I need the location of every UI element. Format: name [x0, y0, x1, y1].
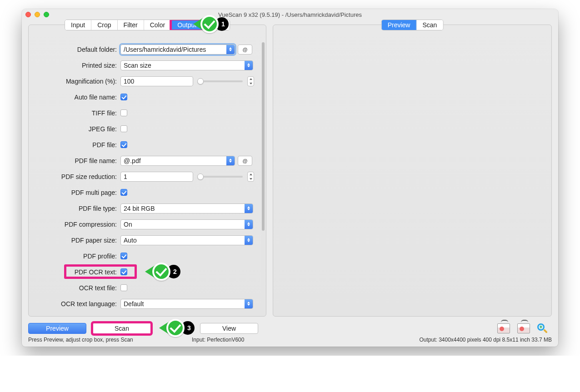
pdf-multi-page-label: PDF multi page:: [32, 189, 120, 196]
pdf-size-reduction-input[interactable]: 1: [120, 172, 193, 182]
default-folder-select[interactable]: /Users/hamrickdavid/Pictures: [120, 45, 235, 55]
tab-preview[interactable]: Preview: [382, 20, 417, 30]
tab-crop[interactable]: Crop: [91, 20, 117, 30]
titlebar: VueScan 9 x32 (9.5.19) - /Users/hamrickd…: [22, 9, 558, 20]
ocr-text-language-select[interactable]: Default: [120, 299, 253, 309]
bottom-bar: Preview Scan 3 View +: [22, 319, 558, 336]
pdf-paper-size-select[interactable]: Auto: [120, 235, 253, 245]
magnification-input[interactable]: 100: [120, 76, 193, 86]
pdf-ocr-text-label: PDF OCR text:: [32, 268, 120, 276]
pdf-size-reduction-stepper[interactable]: [247, 172, 254, 182]
scan-button[interactable]: Scan: [93, 323, 151, 334]
ocr-text-language-label: OCR text language:: [32, 300, 120, 308]
magnification-stepper[interactable]: [247, 76, 254, 86]
zoom-in-icon[interactable]: +: [537, 323, 547, 333]
ocr-text-file-label: OCR text file:: [32, 284, 120, 292]
magnification-label: Magnification (%):: [32, 78, 120, 85]
settings-panel: Input Crop Filter Color Output Prefs 1 D…: [28, 25, 266, 317]
tab-scan[interactable]: Scan: [416, 20, 443, 30]
auto-file-name-check[interactable]: [120, 94, 127, 100]
tiff-file-check[interactable]: [120, 109, 127, 116]
pdf-file-name-select[interactable]: @.pdf: [120, 156, 235, 166]
pdf-file-label: PDF file:: [32, 141, 120, 149]
tiff-file-label: TIFF file:: [32, 109, 120, 117]
window-title: VueScan 9 x32 (9.5.19) - /Users/hamrickd…: [22, 11, 558, 18]
tab-input[interactable]: Input: [65, 20, 91, 30]
rotate-left-icon[interactable]: [497, 323, 510, 333]
pdf-multi-page-check[interactable]: [120, 189, 127, 196]
pdf-file-type-label: PDF file type:: [32, 205, 120, 212]
default-folder-at-button[interactable]: @: [238, 45, 252, 55]
tab-prefs[interactable]: Prefs: [203, 20, 230, 30]
pdf-size-reduction-label: PDF size reduction:: [32, 173, 120, 180]
view-button[interactable]: View: [200, 323, 258, 334]
window: VueScan 9 x32 (9.5.19) - /Users/hamrickd…: [22, 9, 558, 347]
pdf-file-check[interactable]: [120, 141, 127, 148]
default-folder-label: Default folder:: [32, 46, 120, 53]
preview-tabs: Preview Scan: [381, 20, 444, 30]
pdf-file-name-label: PDF file name:: [32, 157, 120, 164]
tab-color[interactable]: Color: [144, 20, 171, 30]
status-hint: Press Preview, adjust crop box, press Sc…: [28, 337, 192, 343]
pdf-ocr-text-check[interactable]: [120, 268, 127, 275]
status-bar: Press Preview, adjust crop box, press Sc…: [22, 336, 558, 347]
settings-tabs: Input Crop Filter Color Output Prefs: [65, 20, 230, 30]
magnification-slider[interactable]: [198, 80, 243, 82]
tab-filter[interactable]: Filter: [118, 20, 144, 30]
ocr-text-file-check[interactable]: [120, 284, 127, 291]
scrollbar[interactable]: [261, 42, 265, 312]
pdf-paper-size-label: PDF paper size:: [32, 237, 120, 244]
jpeg-file-check[interactable]: [120, 125, 127, 132]
pdf-file-type-select[interactable]: 24 bit RGB: [120, 203, 253, 213]
printed-size-label: Printed size:: [32, 62, 120, 69]
pdf-profile-label: PDF profile:: [32, 253, 120, 260]
jpeg-file-label: JPEG file:: [32, 125, 120, 133]
pdf-file-name-at-button[interactable]: @: [238, 156, 252, 166]
annotation-3: 3: [159, 319, 195, 337]
preview-button[interactable]: Preview: [28, 323, 86, 334]
tab-output[interactable]: Output: [171, 20, 203, 30]
status-input: Input: PerfectionV600: [192, 337, 310, 343]
preview-panel: Preview Scan: [273, 25, 552, 317]
pdf-size-reduction-slider[interactable]: [198, 176, 243, 178]
pdf-compression-label: PDF compression:: [32, 221, 120, 228]
pdf-profile-check[interactable]: [120, 253, 127, 259]
rotate-right-icon[interactable]: [517, 323, 530, 333]
printed-size-select[interactable]: Scan size: [120, 60, 253, 70]
status-output: Output: 3400x4400 pixels 400 dpi 8.5x11 …: [419, 337, 552, 343]
pdf-compression-select[interactable]: On: [120, 219, 253, 229]
auto-file-name-label: Auto file name:: [32, 94, 120, 101]
